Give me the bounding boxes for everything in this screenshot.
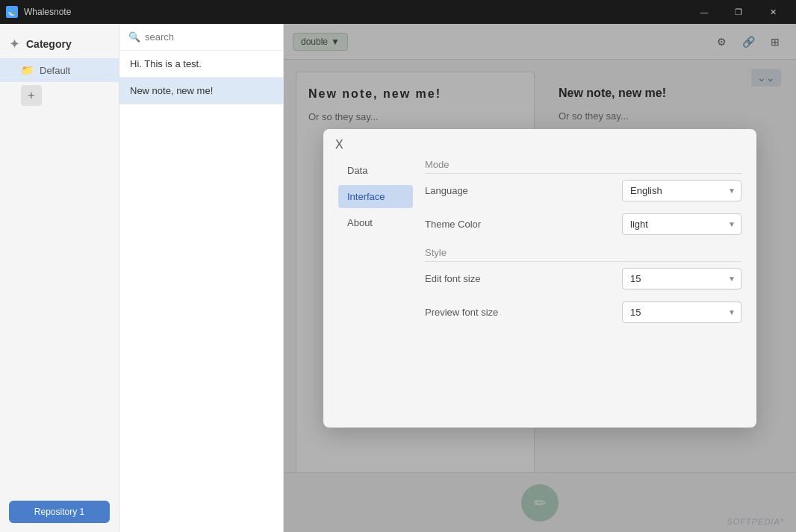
titlebar: 🐋 Whalesnote — ❐ ✕	[0, 0, 796, 24]
edit-font-select[interactable]: 12131415161718	[622, 268, 741, 290]
search-input[interactable]	[145, 31, 274, 43]
maximize-button[interactable]: ❐	[721, 0, 756, 24]
modal-nav-interface[interactable]: Interface	[338, 185, 413, 208]
settings-modal: X Data Interface About Mode Language	[323, 129, 756, 428]
style-section-title: Style	[425, 247, 741, 262]
app-body: ✦ Category 📁 Default + Repository 1 🔍 Hi…	[0, 24, 796, 532]
folder-icon: 📁	[21, 64, 34, 76]
language-label: Language	[425, 185, 622, 196]
titlebar-left: 🐋 Whalesnote	[6, 6, 71, 18]
modal-nav: Data Interface About	[338, 159, 413, 335]
list-item[interactable]: New note, new me!	[119, 78, 283, 104]
window-controls: — ❐ ✕	[687, 0, 790, 24]
settings-modal-overlay: X Data Interface About Mode Language	[284, 24, 796, 532]
preview-font-row: Preview font size 12131415161718	[425, 301, 741, 323]
modal-body: Data Interface About Mode Language Eng	[338, 159, 741, 335]
edit-font-row: Edit font size 12131415161718	[425, 268, 741, 290]
preview-font-label: Preview font size	[425, 307, 622, 318]
main-content: double ▼ ⚙ 🔗 ⊞ New note, new me! Or so t…	[284, 24, 796, 532]
theme-select-wrapper: light dark	[622, 213, 741, 235]
modal-settings-content: Mode Language English Chinese Japanese	[425, 159, 741, 335]
edit-font-label: Edit font size	[425, 273, 622, 284]
theme-row: Theme Color light dark	[425, 213, 741, 235]
app-icon: 🐋	[6, 6, 18, 18]
add-category-button[interactable]: +	[21, 85, 42, 106]
theme-label: Theme Color	[425, 219, 622, 230]
language-select-wrapper: English Chinese Japanese	[622, 180, 741, 201]
category-label: Category	[26, 38, 72, 50]
mode-section-title: Mode	[425, 159, 741, 174]
search-bar: 🔍	[119, 24, 283, 51]
preview-font-select-wrapper: 12131415161718	[622, 301, 741, 323]
sidebar-bottom: Repository 1	[0, 492, 119, 532]
modal-close-button[interactable]: X	[335, 138, 343, 151]
preview-font-select[interactable]: 12131415161718	[622, 301, 741, 323]
list-item[interactable]: Hi. This is a test.	[119, 51, 283, 78]
category-icon: ✦	[9, 36, 20, 52]
category-section: ✦ Category	[0, 30, 119, 58]
sidebar: ✦ Category 📁 Default + Repository 1	[0, 24, 119, 532]
language-select[interactable]: English Chinese Japanese	[622, 180, 741, 201]
note-item-title: Hi. This is a test.	[130, 58, 273, 69]
language-row: Language English Chinese Japanese	[425, 180, 741, 201]
search-icon: 🔍	[128, 31, 140, 43]
repository-button[interactable]: Repository 1	[9, 501, 110, 523]
whale-icon: 🐋	[7, 8, 16, 16]
app-title: Whalesnote	[24, 7, 71, 17]
edit-font-select-wrapper: 12131415161718	[622, 268, 741, 290]
default-label: Default	[40, 65, 70, 76]
sidebar-item-default[interactable]: 📁 Default	[0, 58, 119, 82]
modal-nav-about[interactable]: About	[338, 211, 413, 234]
modal-nav-data[interactable]: Data	[338, 159, 413, 182]
close-button[interactable]: ✕	[756, 0, 790, 24]
minimize-button[interactable]: —	[687, 0, 721, 24]
note-list-panel: 🔍 Hi. This is a test. New note, new me!	[119, 24, 284, 532]
theme-select[interactable]: light dark	[622, 213, 741, 235]
note-item-title: New note, new me!	[130, 85, 273, 96]
